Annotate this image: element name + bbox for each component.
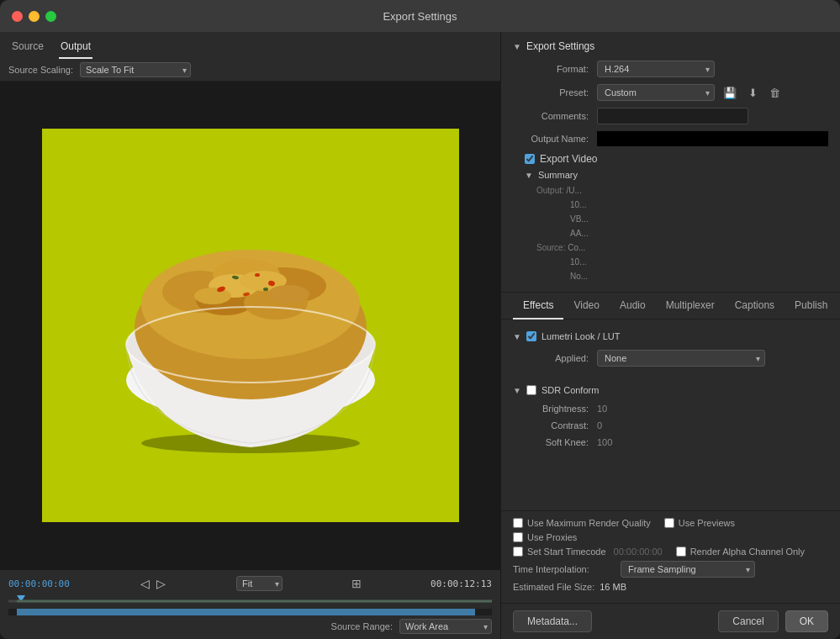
timecode-end: 00:00:12:13 <box>431 578 492 589</box>
render-quality-row: Use Maximum Render Quality Use Previews <box>513 518 828 528</box>
lumetri-header[interactable]: ▼ Lumetri Look / LUT <box>501 328 840 345</box>
timeline-scrubber[interactable] <box>8 595 492 607</box>
sdr-header[interactable]: ▼ SDR Conform <box>501 382 840 399</box>
collapse-summary-icon[interactable]: ▼ <box>525 171 533 180</box>
preset-row: Preset: Custom Match Source High Quality… <box>513 84 828 101</box>
tab-multiplexer[interactable]: Multiplexer <box>656 293 725 320</box>
comments-label: Comments: <box>513 111 597 121</box>
export-video-label[interactable]: Export Video <box>540 153 598 165</box>
preset-inner-row: Custom Match Source High Quality 💾 ⬇ 🗑 <box>597 84 828 101</box>
ok-button[interactable]: OK <box>785 610 828 632</box>
tab-audio[interactable]: Audio <box>610 293 656 320</box>
tab-video[interactable]: Video <box>563 293 609 320</box>
source-range-select[interactable]: Work Area Entire Sequence Custom <box>399 619 492 634</box>
step-back-button[interactable]: ◁ <box>139 575 151 592</box>
start-timecode-value: 00:00:00:00 <box>614 547 663 557</box>
timeline-area: 00:00:00:00 ◁ ▷ Fit 100% 50% ⊞ 00:00:12:… <box>0 569 500 639</box>
preview-area <box>0 82 500 569</box>
export-video-checkbox[interactable] <box>525 154 535 164</box>
interpolation-row: Time Interpolation: Frame Sampling Frame… <box>513 561 828 578</box>
source-scaling-wrapper: Scale To Fit Scale To Fill Stretch to Fi… <box>80 62 191 77</box>
fit-select[interactable]: Fit 100% 50% <box>236 576 283 591</box>
max-render-checkbox[interactable] <box>513 518 523 528</box>
max-render-label[interactable]: Use Maximum Render Quality <box>527 518 651 528</box>
source-range-wrapper: Work Area Entire Sequence Custom <box>399 619 492 634</box>
close-button[interactable] <box>12 11 23 22</box>
summary-line2: 10... <box>536 198 828 212</box>
summary-source-line2: 10... <box>536 255 828 269</box>
start-timecode-item: Set Start Timecode 00:00:00:00 <box>513 547 663 557</box>
use-previews-label[interactable]: Use Previews <box>679 518 735 528</box>
svg-point-13 <box>267 285 309 304</box>
metadata-button[interactable]: Metadata... <box>513 610 592 632</box>
brightness-value: 10 <box>597 404 607 414</box>
export-video-row: Export Video <box>513 153 828 165</box>
tab-output[interactable]: Output <box>59 37 92 59</box>
footer-buttons: Metadata... Cancel OK <box>501 603 840 639</box>
collapse-lumetri-icon[interactable]: ▼ <box>513 332 521 341</box>
summary-section: ▼ Summary Output: /U... 10... VB... AA..… <box>525 170 828 283</box>
frame-icon[interactable]: ⊞ <box>351 577 362 590</box>
import-preset-button[interactable]: ⬇ <box>745 85 761 101</box>
save-preset-button[interactable]: 💾 <box>720 85 740 101</box>
render-alpha-item: Render Alpha Channel Only <box>676 547 805 557</box>
title-bar: Export Settings <box>0 0 840 32</box>
output-name-label: Output Name: <box>513 134 597 144</box>
set-start-timecode-label[interactable]: Set Start Timecode <box>527 547 606 557</box>
render-alpha-label[interactable]: Render Alpha Channel Only <box>690 547 805 557</box>
preview-image <box>42 129 459 522</box>
cancel-button[interactable]: Cancel <box>718 610 778 632</box>
effects-panel: ▼ Lumetri Look / LUT Applied: None Custo… <box>501 320 840 510</box>
tab-effects[interactable]: Effects <box>513 293 563 320</box>
play-button[interactable]: ▷ <box>155 575 167 592</box>
tab-publish[interactable]: Publish <box>785 293 837 320</box>
minimize-button[interactable] <box>29 11 40 22</box>
preset-label: Preset: <box>513 87 597 98</box>
use-proxies-label[interactable]: Use Proxies <box>527 532 577 542</box>
source-range-bar: Source Range: Work Area Entire Sequence … <box>8 619 492 634</box>
footer-right: Cancel OK <box>718 610 828 632</box>
right-panel: ▼ Export Settings Format: H.264 H.265 Pr… <box>501 32 840 639</box>
maximize-button[interactable] <box>45 11 56 22</box>
applied-select[interactable]: None Custom LUT Lumetri Look <box>597 350 765 367</box>
format-row: Format: H.264 H.265 ProRes <box>513 61 828 77</box>
preset-select[interactable]: Custom Match Source High Quality <box>597 84 715 101</box>
comments-input[interactable] <box>597 108 748 124</box>
time-interp-label: Time Interpolation: <box>513 564 614 574</box>
use-previews-checkbox[interactable] <box>664 518 674 528</box>
lumetri-checkbox[interactable] <box>526 331 536 341</box>
collapse-export-icon[interactable]: ▼ <box>513 42 521 51</box>
file-size-value: 16 MB <box>600 582 626 592</box>
contrast-value: 0 <box>597 420 602 430</box>
export-settings-label: Export Settings <box>526 40 594 52</box>
output-name-value[interactable] <box>597 131 828 146</box>
lumetri-label[interactable]: Lumetri Look / LUT <box>542 331 621 341</box>
summary-output-line: Output: /U... <box>536 183 828 198</box>
source-scaling-bar: Source Scaling: Scale To Fit Scale To Fi… <box>0 59 500 82</box>
sdr-checkbox[interactable] <box>526 385 536 395</box>
collapse-sdr-icon[interactable]: ▼ <box>513 386 521 395</box>
work-area-bar <box>17 600 492 603</box>
summary-line3: VB... <box>536 212 828 226</box>
brightness-label: Brightness: <box>513 404 597 414</box>
format-dropdown-wrapper: H.264 H.265 ProRes <box>597 61 715 77</box>
source-scaling-select[interactable]: Scale To Fit Scale To Fill Stretch to Fi… <box>80 62 191 77</box>
render-alpha-checkbox[interactable] <box>676 547 686 557</box>
tab-source[interactable]: Source <box>10 37 45 59</box>
set-start-timecode-checkbox[interactable] <box>513 547 523 557</box>
playback-controls: ◁ ▷ <box>139 575 167 592</box>
soft-knee-value: 100 <box>597 437 612 447</box>
summary-source-line: Source: Co... <box>536 240 828 255</box>
fit-select-wrapper: Fit 100% 50% <box>236 576 283 591</box>
sdr-section: ▼ SDR Conform Brightness: 10 Contrast: 0 <box>501 382 840 459</box>
timeline-work-range <box>17 609 475 615</box>
format-select[interactable]: H.264 H.265 ProRes <box>597 61 715 77</box>
time-interp-select[interactable]: Frame Sampling Frame Blending Optical Fl… <box>621 561 755 578</box>
delete-preset-button[interactable]: 🗑 <box>766 85 784 101</box>
contrast-row: Contrast: 0 <box>513 420 828 430</box>
proxies-row: Use Proxies <box>513 532 828 542</box>
use-proxies-checkbox[interactable] <box>513 532 523 542</box>
timecode-row: Set Start Timecode 00:00:00:00 Render Al… <box>513 547 828 557</box>
sdr-label[interactable]: SDR Conform <box>542 385 599 395</box>
tab-captions[interactable]: Captions <box>725 293 785 320</box>
